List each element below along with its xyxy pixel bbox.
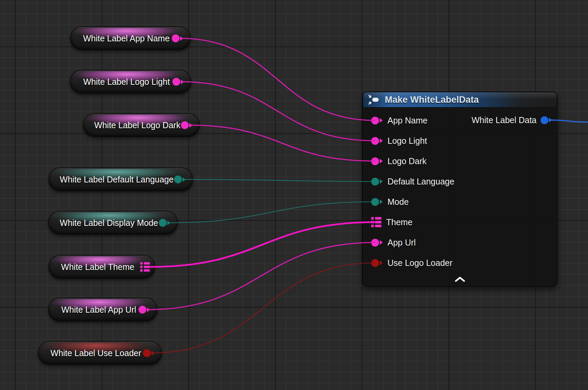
pin-dot-icon xyxy=(541,116,548,124)
pin-arrow-icon xyxy=(380,159,383,163)
pin-dot-icon xyxy=(174,176,182,183)
pin-row: Logo Light xyxy=(371,131,557,151)
pin-arrow-icon xyxy=(167,220,170,225)
pin-dot-icon xyxy=(371,117,379,124)
pin-dot-icon xyxy=(371,157,379,165)
pin-arrow-icon xyxy=(380,179,383,184)
getter-node-white-label-app-name[interactable]: White Label App Name xyxy=(70,26,191,50)
pin-row: Default Language xyxy=(371,171,557,192)
wire xyxy=(181,82,375,141)
pin-row: App Url xyxy=(371,232,557,253)
pin-dot-icon xyxy=(371,137,379,145)
pin-arrow-icon xyxy=(380,240,383,245)
make-whitelabeldata-node[interactable]: Make WhiteLabelData App Name Logo Light … xyxy=(362,92,558,287)
pin-arrow-icon xyxy=(380,199,383,204)
pin-arrow-icon xyxy=(147,307,150,312)
node-pin-list: App Name Logo Light Logo Dark Default La… xyxy=(363,108,557,273)
pin-arrow-icon xyxy=(180,36,183,41)
input-pin-app-name[interactable] xyxy=(371,117,383,124)
pin-label: App Url xyxy=(387,238,416,248)
pin-row: Logo Dark xyxy=(371,151,557,171)
pin-arrow-icon xyxy=(181,79,184,84)
output-pin-white-label-data[interactable] xyxy=(541,116,552,124)
input-pin-default-language[interactable] xyxy=(371,178,383,186)
wire xyxy=(182,179,375,181)
pin-label: Theme xyxy=(386,217,413,227)
getter-node-white-label-theme[interactable]: White Label Theme xyxy=(48,255,155,279)
pin-dot-icon xyxy=(172,35,180,42)
getter-node-white-label-logo-light[interactable]: White Label Logo Light xyxy=(70,70,191,94)
wire xyxy=(151,263,375,353)
getter-node-label: White Label Default Language xyxy=(60,175,173,184)
struct-grid-icon xyxy=(140,262,150,272)
getter-node-label: White Label App Url xyxy=(61,305,136,315)
wire xyxy=(147,242,375,310)
pin-dot-icon xyxy=(371,259,379,267)
node-title-bar[interactable]: Make WhiteLabelData xyxy=(363,92,557,108)
pin-label: Use Logo Loader xyxy=(387,258,453,268)
pin-arrow-icon xyxy=(189,123,192,128)
pin-row: Use Logo Loader xyxy=(371,253,557,273)
getter-node-white-label-logo-dark[interactable]: White Label Logo Dark xyxy=(83,113,200,137)
chevron-up-icon xyxy=(454,276,466,283)
pin-dot-icon xyxy=(172,78,180,86)
bool-output-pin[interactable] xyxy=(143,349,154,357)
getter-node-label: White Label Use Loader xyxy=(50,348,141,358)
getter-node-white-label-display-mode[interactable]: White Label Display Mode xyxy=(48,211,178,235)
pin-label: App Name xyxy=(387,116,427,125)
getter-node-white-label-app-url[interactable]: White Label App Url xyxy=(48,298,158,321)
pin-label: Logo Light xyxy=(387,136,427,146)
pin-dot-icon xyxy=(181,121,189,129)
pin-dot-icon xyxy=(371,198,379,206)
string-output-pin[interactable] xyxy=(181,121,192,129)
pin-dot-icon xyxy=(159,219,167,227)
getter-node-white-label-default-language[interactable]: White Label Default Language xyxy=(48,168,193,191)
wire xyxy=(180,38,375,120)
pin-arrow-icon xyxy=(151,351,154,355)
pin-arrow-icon xyxy=(549,118,552,122)
pin-arrow-icon xyxy=(380,260,383,265)
node-title: Make WhiteLabelData xyxy=(385,95,479,105)
string-output-pin[interactable] xyxy=(172,78,184,86)
pin-row: Mode xyxy=(371,192,557,212)
output-pin-row: White Label Data xyxy=(471,110,552,130)
pin-arrow-icon xyxy=(183,177,186,182)
collapse-node-button[interactable] xyxy=(452,275,468,284)
getter-node-label: White Label App Name xyxy=(83,34,170,43)
pin-row: Theme xyxy=(371,212,557,232)
wire xyxy=(149,222,376,267)
input-pin-mode[interactable] xyxy=(371,198,383,206)
pin-label: Mode xyxy=(387,197,409,207)
pin-arrow-icon xyxy=(380,138,383,143)
pin-label: Default Language xyxy=(387,177,454,187)
getter-node-label: White Label Theme xyxy=(61,262,134,272)
input-pin-logo-light[interactable] xyxy=(371,137,383,145)
output-pin-label: White Label Data xyxy=(471,115,537,125)
string-output-pin[interactable] xyxy=(172,35,183,42)
pin-label: Logo Dark xyxy=(387,156,426,166)
pin-dot-icon xyxy=(139,306,146,314)
getter-node-label: White Label Display Mode xyxy=(60,218,158,228)
input-pin-use-logo-loader[interactable] xyxy=(371,259,383,267)
getter-node-white-label-use-loader[interactable]: White Label Use Loader xyxy=(38,341,162,365)
string-output-pin[interactable] xyxy=(139,306,150,314)
getter-node-label: White Label Logo Dark xyxy=(94,120,180,130)
pin-arrow-icon xyxy=(380,118,383,123)
getter-node-label: White Label Logo Light xyxy=(83,77,170,87)
pin-dot-icon xyxy=(143,349,151,357)
make-struct-icon xyxy=(368,95,381,105)
wire xyxy=(189,125,375,161)
blueprint-graph-canvas[interactable]: White Label App Name White Label Logo Li… xyxy=(0,0,588,390)
enum-output-pin[interactable] xyxy=(159,219,170,227)
input-pin-theme[interactable] xyxy=(371,217,381,227)
enum-output-pin[interactable] xyxy=(174,176,186,183)
pin-dot-icon xyxy=(371,178,379,186)
input-pin-logo-dark[interactable] xyxy=(371,157,383,165)
struct-grid-icon xyxy=(371,217,381,227)
input-pin-app-url[interactable] xyxy=(371,239,383,247)
struct-output-pin[interactable] xyxy=(140,262,150,272)
wire xyxy=(167,202,375,223)
pin-dot-icon xyxy=(371,239,379,247)
